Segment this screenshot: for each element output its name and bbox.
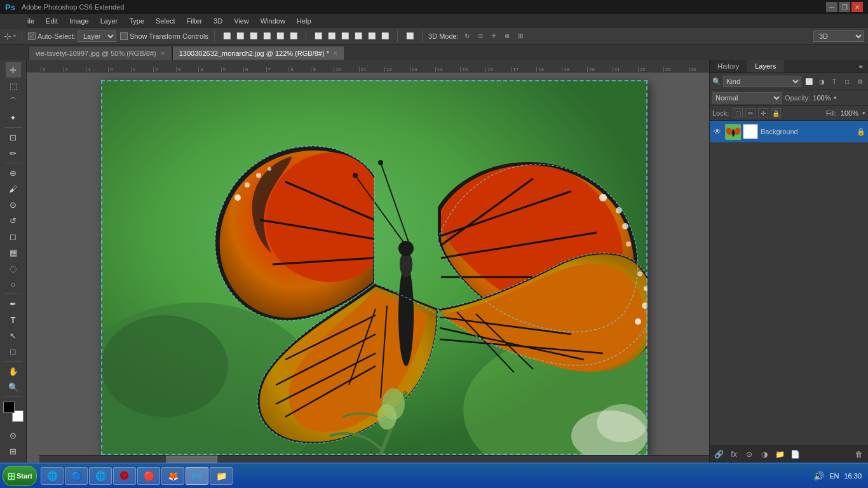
filter-shape[interactable]: □ — [841, 76, 853, 87]
3d-scale[interactable]: ⊞ — [514, 30, 527, 43]
type-tool[interactable]: T — [6, 312, 21, 327]
layer-visibility-toggle[interactable]: 👁 — [712, 126, 722, 137]
taskbar-item-ie2[interactable]: 🌐 — [89, 467, 112, 485]
tab-history[interactable]: History — [710, 60, 747, 72]
autoselect-dropdown[interactable]: Layer Group — [78, 30, 116, 42]
tab-layers[interactable]: Layers — [747, 60, 784, 72]
filter-kind-dropdown[interactable]: Kind Name Effect Mode Attribute Color — [723, 76, 801, 87]
dist-left[interactable]: ⬜ — [312, 30, 325, 43]
align-left[interactable]: ⬜ — [220, 30, 233, 43]
layer-mask-button[interactable]: ⊙ — [743, 448, 756, 461]
healing-tool[interactable]: ⊕ — [6, 165, 21, 180]
shape-tool[interactable]: □ — [6, 344, 21, 359]
align-center-v[interactable]: ⬜ — [274, 30, 287, 43]
history-brush-tool[interactable]: ↺ — [6, 213, 21, 228]
menu-filter[interactable]: Filter — [182, 16, 207, 26]
gradient-tool[interactable]: ▦ — [6, 245, 21, 260]
clone-tool[interactable]: ⊙ — [6, 197, 21, 212]
canvas — [101, 80, 648, 455]
transform-checkbox[interactable] — [120, 32, 128, 40]
panel-menu-button[interactable]: ≡ — [854, 60, 868, 72]
taskbar-item-browser[interactable]: 🔵 — [65, 467, 88, 485]
tab-file1-close[interactable]: ✕ — [160, 50, 165, 57]
layer-adjustment-button[interactable]: ◑ — [758, 448, 771, 461]
pen-tool[interactable]: ✒ — [6, 296, 21, 311]
align-right[interactable]: ⬜ — [247, 30, 260, 43]
align-bottom[interactable]: ⬜ — [287, 30, 300, 43]
3d-pan[interactable]: ✛ — [487, 30, 500, 43]
tab-file2[interactable]: 1300302632_monarch2.jpg @ 122% (RGB/8#) … — [172, 46, 345, 60]
menu-3d[interactable]: 3D — [208, 16, 227, 26]
menu-view[interactable]: View — [229, 16, 254, 26]
taskbar-item-chrome[interactable]: 🔴 — [137, 467, 160, 485]
taskbar-item-firefox[interactable]: 🦊 — [161, 467, 184, 485]
3d-slide[interactable]: ⊕ — [501, 30, 513, 43]
eraser-tool[interactable]: ◻ — [6, 229, 21, 244]
filter-adjustment[interactable]: ◑ — [816, 76, 827, 87]
menu-image[interactable]: Image — [64, 16, 94, 26]
menu-select[interactable]: Select — [151, 16, 180, 26]
tab-file2-close[interactable]: ✕ — [333, 50, 338, 57]
screen-mode[interactable]: ⊞ — [6, 444, 21, 459]
crop-tool[interactable]: ⊡ — [6, 130, 21, 145]
start-button[interactable]: ⊞ Start — [3, 466, 37, 486]
canvas-hscroll[interactable] — [39, 455, 709, 463]
lock-transparent[interactable]: ⬚ — [733, 108, 743, 118]
taskbar-item-explorer[interactable]: 📁 — [210, 467, 233, 485]
close-button[interactable]: ✕ — [851, 2, 863, 12]
new-layer-button[interactable]: 📄 — [789, 448, 801, 461]
dist-bottom[interactable]: ⬜ — [379, 30, 391, 43]
layer-fx-button[interactable]: fx — [728, 448, 740, 461]
delete-layer-button[interactable]: 🗑 — [853, 448, 865, 461]
taskbar-speaker-icon[interactable]: 🔊 — [813, 471, 824, 481]
filter-smart[interactable]: ⚙ — [854, 76, 865, 87]
minimize-button[interactable]: ─ — [826, 2, 837, 12]
menu-help[interactable]: Help — [292, 16, 316, 26]
layer-link-button[interactable]: 🔗 — [712, 448, 725, 461]
lock-position[interactable]: ✛ — [758, 108, 768, 118]
fill-arrow[interactable]: ▾ — [862, 110, 865, 116]
autoselect-checkbox[interactable]: ✓ — [28, 32, 36, 40]
3d-dropdown[interactable]: 3D — [813, 30, 864, 42]
dist-top[interactable]: ⬜ — [352, 30, 365, 43]
hand-tool[interactable]: ✋ — [6, 363, 21, 379]
taskbar-item-ps[interactable]: Ps — [186, 467, 208, 485]
opacity-arrow[interactable]: ▾ — [834, 95, 837, 101]
menu-edit[interactable]: Edit — [41, 16, 63, 26]
path-select-tool[interactable]: ↖ — [6, 328, 21, 343]
menu-window[interactable]: Window — [255, 16, 290, 26]
select-tool[interactable]: ⬚ — [6, 78, 21, 93]
lasso-tool[interactable]: ⌒ — [6, 94, 21, 109]
filter-pixel[interactable]: ⬜ — [803, 76, 815, 87]
taskbar-item-yahoo[interactable]: 🅨 — [113, 467, 136, 485]
align-top[interactable]: ⬜ — [261, 30, 273, 43]
blend-mode-dropdown[interactable]: Normal Multiply Screen Overlay — [712, 92, 782, 104]
brush-tool[interactable]: 🖌 — [6, 181, 21, 196]
taskbar-item-ie[interactable]: 🌐 — [41, 467, 64, 485]
foreground-color-swatch[interactable] — [3, 402, 15, 413]
3d-rotate[interactable]: ↻ — [461, 30, 473, 43]
3d-roll[interactable]: ⊙ — [474, 30, 487, 43]
lock-image[interactable]: ✏ — [745, 108, 756, 118]
dist-right[interactable]: ⬜ — [339, 30, 351, 43]
restore-button[interactable]: ❐ — [839, 2, 850, 12]
zoom-tool[interactable]: 🔍 — [6, 379, 21, 395]
dist-center-v[interactable]: ⬜ — [365, 30, 378, 43]
tab-file1[interactable]: vie-tsvetyi-10997.jpg @ 50% (RGB/8#) ✕ — [29, 46, 172, 60]
align-center-h[interactable]: ⬜ — [234, 30, 247, 43]
lock-all[interactable]: 🔒 — [771, 108, 781, 118]
dodge-tool[interactable]: ○ — [6, 276, 21, 292]
filter-type[interactable]: T — [829, 76, 840, 87]
magic-wand-tool[interactable]: ✦ — [6, 110, 21, 125]
eyedropper-tool[interactable]: ✏ — [6, 146, 21, 161]
hscroll-thumb[interactable] — [166, 456, 217, 463]
menu-layer[interactable]: Layer — [95, 16, 123, 26]
layer-row-background[interactable]: 👁 Background 🔒 — [710, 121, 868, 142]
quick-mask-toggle[interactable]: ⊙ — [6, 428, 21, 443]
menu-type[interactable]: Type — [124, 16, 149, 26]
move-tool[interactable]: ✛ — [6, 62, 21, 78]
dist-center-h[interactable]: ⬜ — [325, 30, 338, 43]
blur-tool[interactable]: ◌ — [6, 261, 21, 276]
layer-group-button[interactable]: 📁 — [773, 448, 786, 461]
auto-align[interactable]: ⬜ — [403, 30, 416, 43]
